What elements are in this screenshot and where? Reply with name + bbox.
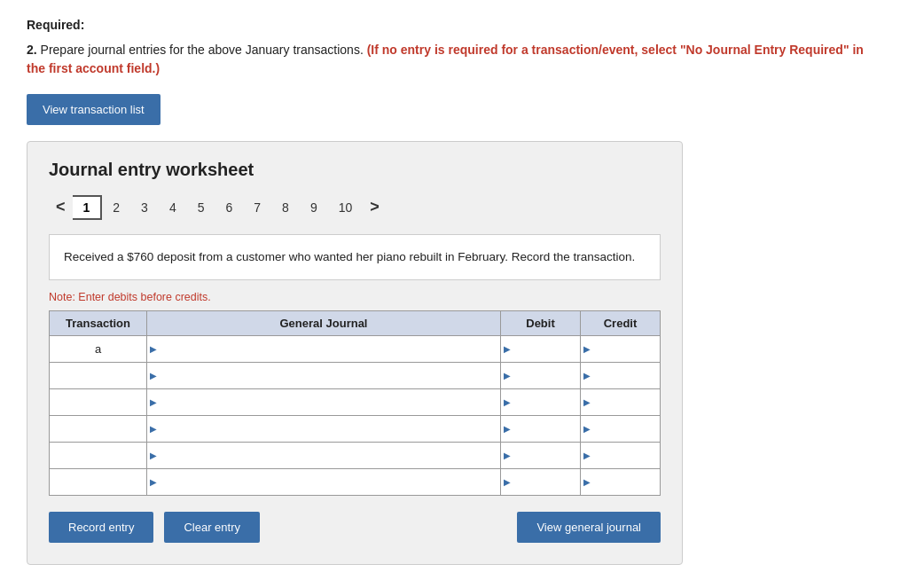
general-journal-cell-1[interactable] — [147, 362, 501, 388]
credit-cell-5[interactable] — [581, 468, 661, 495]
instruction-main: Prepare journal entries for the above Ja… — [41, 43, 364, 57]
description-box: Received a $760 deposit from a customer … — [49, 234, 661, 280]
credit-input-1[interactable] — [581, 363, 660, 388]
credit-cell-1[interactable] — [581, 362, 661, 388]
credit-input-2[interactable] — [581, 389, 660, 415]
general-journal-cell-0[interactable] — [147, 335, 501, 362]
debit-input-4[interactable] — [501, 443, 580, 468]
general-journal-input-5[interactable] — [147, 469, 500, 495]
instruction: 2. Prepare journal entries for the above… — [27, 41, 881, 78]
next-page-button[interactable]: > — [363, 194, 387, 220]
page-2-button[interactable]: 2 — [102, 197, 130, 218]
debit-input-3[interactable] — [501, 416, 580, 442]
clear-entry-button[interactable]: Clear entry — [164, 512, 260, 543]
debit-input-2[interactable] — [501, 389, 580, 415]
general-journal-input-3[interactable] — [147, 416, 500, 442]
transaction-cell-4 — [50, 442, 147, 468]
page-6-button[interactable]: 6 — [215, 197, 244, 218]
credit-input-4[interactable] — [581, 443, 660, 468]
credit-input-0[interactable] — [581, 336, 660, 362]
general-journal-cell-4[interactable] — [147, 442, 501, 468]
debit-input-5[interactable] — [501, 469, 580, 495]
page-7-button[interactable]: 7 — [243, 197, 271, 218]
debit-cell-5[interactable] — [501, 468, 581, 495]
journal-table: Transaction General Journal Debit Credit… — [49, 310, 661, 496]
credit-cell-0[interactable] — [581, 335, 661, 362]
view-general-journal-button[interactable]: View general journal — [517, 512, 661, 543]
credit-cell-2[interactable] — [581, 388, 661, 415]
header-credit: Credit — [581, 310, 661, 335]
table-row — [50, 442, 661, 468]
buttons-row: Record entry Clear entry View general jo… — [49, 512, 661, 543]
general-journal-cell-2[interactable] — [147, 388, 501, 415]
general-journal-input-1[interactable] — [147, 363, 500, 388]
pagination: < 1 2 3 4 5 6 7 8 9 10 > — [49, 194, 661, 220]
view-transaction-button[interactable]: View transaction list — [27, 94, 160, 125]
general-journal-cell-5[interactable] — [147, 468, 501, 495]
transaction-cell-3 — [50, 415, 147, 442]
table-row: a — [50, 335, 661, 362]
general-journal-input-0[interactable] — [147, 336, 500, 362]
page-8-button[interactable]: 8 — [271, 197, 300, 218]
note-text: Note: Enter debits before credits. — [49, 291, 661, 303]
transaction-cell-2 — [50, 388, 147, 415]
header-transaction: Transaction — [50, 310, 147, 335]
general-journal-cell-3[interactable] — [147, 415, 501, 442]
general-journal-input-4[interactable] — [147, 443, 500, 468]
debit-input-0[interactable] — [501, 336, 580, 362]
debit-cell-0[interactable] — [501, 335, 581, 362]
prev-page-button[interactable]: < — [49, 194, 73, 220]
transaction-cell-0: a — [50, 335, 147, 362]
credit-input-5[interactable] — [581, 469, 660, 495]
debit-input-1[interactable] — [501, 363, 580, 388]
table-row — [50, 415, 661, 442]
required-label: Required: — [27, 18, 881, 32]
debit-cell-2[interactable] — [501, 388, 581, 415]
transaction-cell-1 — [50, 362, 147, 388]
page-1-button[interactable]: 1 — [73, 195, 103, 220]
table-row — [50, 362, 661, 388]
credit-input-3[interactable] — [581, 416, 660, 442]
transaction-cell-5 — [50, 468, 147, 495]
general-journal-input-2[interactable] — [147, 389, 500, 415]
page-10-button[interactable]: 10 — [328, 197, 364, 218]
table-row — [50, 468, 661, 495]
page-9-button[interactable]: 9 — [300, 197, 328, 218]
header-general-journal: General Journal — [147, 310, 501, 335]
credit-cell-3[interactable] — [581, 415, 661, 442]
record-entry-button[interactable]: Record entry — [49, 512, 153, 543]
page-3-button[interactable]: 3 — [130, 197, 159, 218]
debit-cell-1[interactable] — [501, 362, 581, 388]
debit-cell-3[interactable] — [501, 415, 581, 442]
debit-cell-4[interactable] — [501, 442, 581, 468]
page-5-button[interactable]: 5 — [187, 197, 215, 218]
table-row — [50, 388, 661, 415]
header-debit: Debit — [501, 310, 581, 335]
worksheet-title: Journal entry worksheet — [49, 160, 661, 180]
credit-cell-4[interactable] — [581, 442, 661, 468]
instruction-number: 2. — [27, 43, 37, 57]
page-4-button[interactable]: 4 — [159, 197, 187, 218]
worksheet-container: Journal entry worksheet < 1 2 3 4 5 6 7 … — [27, 141, 683, 565]
